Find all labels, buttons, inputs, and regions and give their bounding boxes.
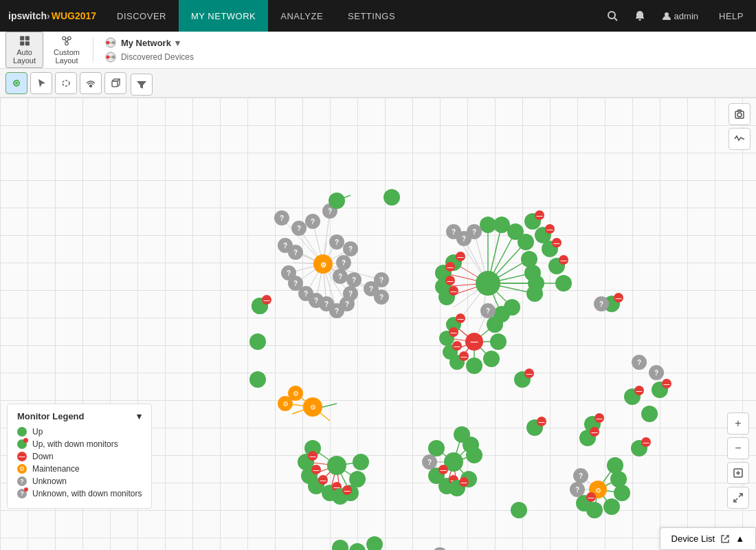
svg-text:—: —: [597, 415, 603, 422]
nav-discover[interactable]: DISCOVER: [104, 0, 179, 32]
svg-text:⚙: ⚙: [310, 404, 316, 411]
svg-point-261: [428, 440, 445, 456]
svg-text:?: ?: [293, 249, 298, 256]
svg-point-22: [15, 82, 18, 85]
svg-point-20: [111, 56, 115, 59]
svg-text:—: —: [539, 419, 545, 426]
svg-point-101: [249, 371, 266, 388]
svg-point-300: [383, 189, 400, 206]
svg-text:—: —: [537, 212, 543, 219]
svg-text:?: ?: [287, 270, 291, 277]
svg-point-9: [65, 42, 69, 45]
svg-text:—: —: [526, 371, 533, 377]
svg-text:—: —: [441, 467, 447, 474]
svg-line-12: [67, 40, 68, 42]
activity-button[interactable]: [729, 128, 751, 150]
svg-text:—: —: [547, 226, 553, 233]
legend-item-maintenance: ⚙ Maintenance: [17, 464, 142, 474]
nav-help[interactable]: HELP: [707, 0, 756, 32]
svg-point-299: [329, 192, 345, 209]
svg-text:—: —: [643, 439, 649, 446]
svg-point-295: [607, 457, 623, 474]
svg-text:?: ?: [472, 228, 476, 236]
nav-my-network[interactable]: MY NETWORK: [179, 0, 268, 32]
camera-button[interactable]: [729, 103, 751, 125]
svg-point-149: [504, 299, 520, 316]
filter-button[interactable]: [131, 74, 153, 96]
zoom-fit-button[interactable]: [727, 462, 749, 484]
svg-text:—: —: [451, 329, 457, 336]
svg-line-332: [724, 536, 729, 540]
custom-layout-button[interactable]: CustomLayout: [46, 32, 87, 68]
svg-text:—: —: [664, 381, 670, 388]
map-top-right-controls: [729, 103, 751, 150]
svg-text:?: ?: [379, 276, 383, 284]
svg-text:?: ?: [311, 218, 315, 226]
search-icon[interactable]: [599, 0, 626, 32]
svg-rect-25: [112, 81, 118, 87]
svg-text:—: —: [344, 487, 351, 494]
legend-item-unknown-down: ? Unknown, with down monitors: [17, 489, 142, 498]
svg-point-142: [518, 234, 534, 250]
svg-text:—: —: [471, 338, 478, 346]
map-container[interactable]: ⚙ ? ? ? ? ? ? ? ? ? ? ? ? ? ? ? ? ?: [0, 98, 756, 550]
svg-text:?: ?: [283, 242, 287, 250]
svg-line-110: [323, 404, 337, 407]
header: ipswitch › WUG2017 DISCOVER MY NETWORK A…: [0, 0, 756, 32]
svg-text:?: ?: [335, 307, 339, 315]
select-tool[interactable]: [5, 72, 27, 94]
svg-rect-6: [25, 41, 29, 45]
network-selector[interactable]: My Network ▾ Discovered Devices: [99, 32, 199, 68]
svg-text:—: —: [313, 467, 320, 474]
svg-point-147: [555, 275, 572, 292]
svg-text:?: ?: [599, 300, 603, 308]
svg-point-205: [490, 333, 507, 350]
pointer-tool[interactable]: [30, 72, 52, 94]
nav-analyze[interactable]: ANALYZE: [268, 0, 335, 32]
svg-point-235: [353, 454, 369, 470]
svg-text:?: ?: [304, 290, 308, 298]
discovered-label: Discovered Devices: [121, 52, 194, 62]
svg-text:?: ?: [579, 472, 583, 480]
svg-text:—: —: [588, 494, 594, 501]
legend-item-unknown: ? Unknown: [17, 476, 142, 486]
svg-point-292: [603, 498, 620, 515]
svg-text:—: —: [458, 254, 464, 261]
svg-point-8: [68, 36, 71, 40]
lasso-tool[interactable]: [55, 72, 77, 94]
monitor-legend: Monitor Legend ▾ Up Up, with down monito…: [7, 404, 152, 509]
svg-point-138: [476, 271, 500, 296]
bell-icon[interactable]: [626, 0, 654, 32]
svg-text:?: ?: [314, 297, 318, 305]
svg-text:—: —: [461, 479, 467, 486]
svg-text:⚙: ⚙: [595, 487, 601, 494]
device-list-bar[interactable]: Device List ▲: [660, 527, 756, 550]
svg-text:—: —: [454, 343, 460, 350]
svg-point-294: [610, 471, 627, 487]
svg-point-143: [521, 251, 537, 267]
svg-text:—: —: [320, 477, 326, 484]
zoom-in-button[interactable]: +: [727, 412, 749, 434]
svg-text:—: —: [264, 297, 270, 304]
wireless-tool[interactable]: [80, 72, 102, 94]
legend-collapse-icon[interactable]: ▾: [137, 411, 142, 421]
zoom-expand-button[interactable]: [727, 487, 749, 509]
svg-point-265: [454, 426, 470, 443]
user-menu[interactable]: admin: [654, 11, 707, 21]
svg-text:—: —: [616, 295, 622, 302]
svg-point-206: [487, 316, 503, 333]
svg-text:⚙: ⚙: [293, 390, 299, 397]
auto-layout-button[interactable]: AutoLayout: [5, 32, 43, 68]
svg-text:?: ?: [324, 300, 329, 308]
zoom-out-button[interactable]: −: [727, 437, 749, 459]
device-list-collapse-icon[interactable]: ▲: [735, 534, 744, 544]
svg-text:?: ?: [328, 208, 332, 215]
svg-text:?: ?: [369, 285, 373, 293]
cube-tool[interactable]: [104, 72, 126, 94]
toolbar: AutoLayout CustomLayout My Network ▾: [0, 32, 756, 69]
legend-item-up: Up: [17, 427, 142, 437]
svg-text:—: —: [592, 429, 598, 436]
nav-settings[interactable]: SETTINGS: [335, 0, 408, 32]
svg-point-23: [63, 80, 69, 86]
svg-rect-3: [20, 36, 24, 41]
